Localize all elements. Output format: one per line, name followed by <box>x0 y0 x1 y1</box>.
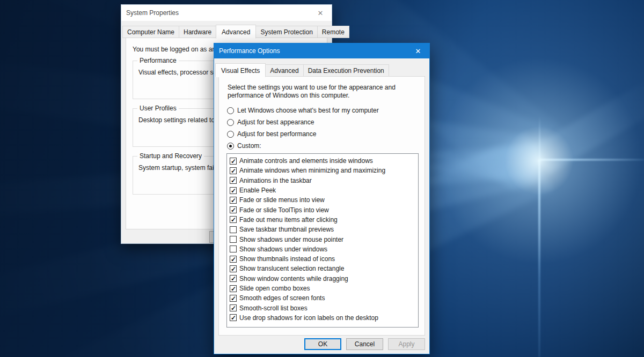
checkbox-icon <box>230 285 237 292</box>
effect-label: Fade or slide menus into view <box>239 196 325 204</box>
tab[interactable]: Advanced <box>265 64 303 77</box>
radio-label: Custom: <box>237 142 261 150</box>
effect-checkbox-row[interactable]: Animate windows when minimizing and maxi… <box>230 166 418 175</box>
window-title: System Properties <box>121 9 309 17</box>
effect-checkbox-row[interactable]: Smooth-scroll list boxes <box>230 303 418 313</box>
effect-checkbox-row[interactable]: Use drop shadows for icon labels on the … <box>230 313 418 323</box>
dialog-button[interactable]: Cancel <box>346 338 383 350</box>
checkbox-icon <box>230 304 237 311</box>
checkbox-icon <box>230 167 237 174</box>
effect-checkbox-row[interactable]: Show translucent selection rectangle <box>230 264 418 273</box>
visual-effects-radio-group: Let Windows choose what's best for my co… <box>226 106 417 150</box>
checkbox-icon <box>230 246 237 252</box>
effect-label: Save taskbar thumbnail previews <box>239 226 334 233</box>
effect-label: Fade out menu items after clicking <box>239 216 338 224</box>
radio-label: Let Windows choose what's best for my co… <box>237 107 379 114</box>
tab[interactable]: Computer Name <box>122 26 179 38</box>
visual-effects-description: Select the settings you want to use for … <box>228 84 413 100</box>
effect-label: Show shadows under mouse pointer <box>239 236 343 243</box>
radio-option[interactable]: Custom: <box>227 142 417 150</box>
tab[interactable]: Data Execution Prevention <box>303 64 389 77</box>
effect-label: Show window contents while dragging <box>239 275 348 282</box>
effect-label: Fade or slide ToolTips into view <box>239 206 329 214</box>
effect-checkbox-row[interactable]: Fade out menu items after clicking <box>230 215 418 225</box>
group-box-label: Startup and Recovery <box>137 152 204 160</box>
checkbox-icon <box>230 187 237 194</box>
dialog-button[interactable]: Apply <box>388 338 425 350</box>
tab[interactable]: System Protection <box>255 26 317 38</box>
radio-button-icon <box>227 131 234 138</box>
tab[interactable]: Hardware <box>179 26 216 38</box>
effect-label: Show thumbnails instead of icons <box>239 255 335 263</box>
effect-checkbox-row[interactable]: Show shadows under mouse pointer <box>230 234 418 244</box>
effect-checkbox-row[interactable]: Enable Peek <box>230 185 418 195</box>
checkbox-icon <box>230 226 237 233</box>
tab[interactable]: Remote <box>317 26 349 38</box>
performance-options-tab-strip: Visual Effects Advanced Data Execution P… <box>214 63 429 77</box>
group-box-label: Performance <box>137 57 179 64</box>
desktop-wallpaper: System Properties ✕ Computer Name Hardwa… <box>0 0 644 357</box>
effect-label: Slide open combo boxes <box>239 285 310 292</box>
checkbox-icon <box>230 236 237 243</box>
checkbox-icon <box>230 256 237 263</box>
effect-label: Smooth edges of screen fonts <box>239 294 325 302</box>
tab[interactable]: Visual Effects <box>215 63 266 77</box>
radio-option[interactable]: Adjust for best performance <box>227 130 417 138</box>
effect-label: Animate windows when minimizing and maxi… <box>239 167 385 174</box>
close-icon[interactable]: ✕ <box>407 47 429 55</box>
tab[interactable]: Advanced <box>216 25 256 39</box>
checkbox-icon <box>230 216 237 223</box>
effect-checkbox-row[interactable]: Animate controls and elements inside win… <box>230 156 418 166</box>
effect-label: Animations in the taskbar <box>239 177 312 184</box>
radio-button-icon <box>227 119 234 126</box>
effect-checkbox-row[interactable]: Fade or slide menus into view <box>230 195 418 205</box>
effect-checkbox-row[interactable]: Slide open combo boxes <box>230 284 418 293</box>
effect-checkbox-row[interactable]: Fade or slide ToolTips into view <box>230 205 418 214</box>
checkbox-icon <box>230 295 237 302</box>
radio-option[interactable]: Adjust for best appearance <box>227 118 417 127</box>
checkbox-icon <box>230 177 237 184</box>
effect-checkbox-row[interactable]: Show thumbnails instead of icons <box>230 254 418 264</box>
effect-checkbox-row[interactable]: Show window contents while dragging <box>230 274 418 284</box>
radio-button-icon <box>227 107 234 114</box>
effect-label: Animate controls and elements inside win… <box>239 157 373 165</box>
window-title: Performance Options <box>214 47 407 55</box>
effect-checkbox-row[interactable]: Show shadows under windows <box>230 244 418 254</box>
checkbox-icon <box>230 206 237 213</box>
checkbox-icon <box>230 275 237 282</box>
effect-checkbox-row[interactable]: Smooth edges of screen fonts <box>230 293 418 303</box>
performance-options-dialog: Performance Options ✕ Visual Effects Adv… <box>214 43 430 354</box>
checkbox-icon <box>230 265 237 272</box>
effect-label: Show shadows under windows <box>239 246 327 253</box>
dialog-button-row: OK Cancel Apply <box>304 338 425 350</box>
performance-options-titlebar[interactable]: Performance Options ✕ <box>214 43 429 58</box>
checkbox-icon <box>230 158 237 165</box>
radio-option[interactable]: Let Windows choose what's best for my co… <box>227 106 417 115</box>
system-properties-titlebar[interactable]: System Properties ✕ <box>121 5 332 21</box>
effect-label: Use drop shadows for icon labels on the … <box>239 314 378 322</box>
effect-label: Show translucent selection rectangle <box>239 265 344 272</box>
effect-label: Smooth-scroll list boxes <box>239 304 308 312</box>
custom-effects-listbox: Animate controls and elements inside win… <box>226 153 419 328</box>
checkbox-icon <box>230 197 237 204</box>
effect-checkbox-row[interactable]: Animations in the taskbar <box>230 176 418 185</box>
group-box-label: User Profiles <box>137 105 179 112</box>
effect-checkbox-row[interactable]: Save taskbar thumbnail previews <box>230 225 418 234</box>
radio-label: Adjust for best performance <box>237 130 316 138</box>
visual-effects-tab-page: Select the settings you want to use for … <box>218 76 425 336</box>
radio-label: Adjust for best appearance <box>237 118 314 126</box>
checkbox-icon <box>230 314 237 321</box>
close-icon[interactable]: ✕ <box>309 9 332 17</box>
system-properties-tab-strip: Computer Name Hardware Advanced System P… <box>121 25 332 38</box>
radio-button-icon <box>227 143 234 150</box>
dialog-button[interactable]: OK <box>304 338 341 350</box>
effect-label: Enable Peek <box>239 187 276 194</box>
